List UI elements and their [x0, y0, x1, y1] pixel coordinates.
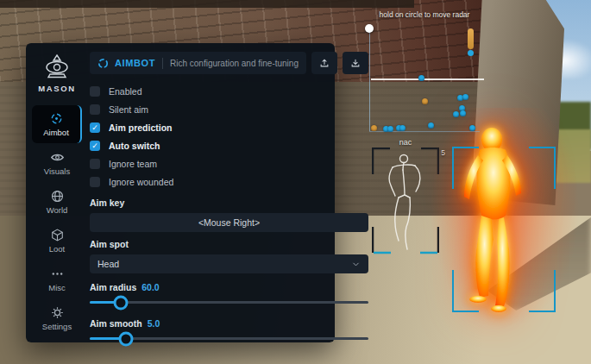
- checkbox[interactable]: [90, 141, 100, 151]
- download-icon: [349, 57, 362, 69]
- esp-player-distance: 5: [441, 148, 445, 157]
- all-seeing-eye-icon: [40, 53, 74, 81]
- checkbox[interactable]: [90, 86, 100, 97]
- import-config-button[interactable]: [343, 52, 368, 74]
- checkbox-row-ignore-team[interactable]: Ignore team: [90, 154, 368, 173]
- wood-beam: [0, 0, 414, 8]
- aim-key-button[interactable]: <Mouse Right>: [90, 213, 368, 232]
- sidebar-item-label: World: [47, 205, 68, 215]
- spinner-ring-icon: [97, 58, 109, 69]
- skeleton-esp: nac 5: [372, 138, 439, 255]
- page-title-bar: AIMBOT Rich configuration and fine-tunin…: [90, 52, 306, 74]
- checkbox[interactable]: [90, 159, 100, 169]
- checkbox-label: Aim prediction: [109, 122, 173, 133]
- checkbox-label: Ignore team: [109, 159, 157, 169]
- upload-icon: [318, 57, 330, 69]
- gear-icon: [50, 305, 65, 320]
- radar-dot-blue: [453, 111, 459, 117]
- slider-label: Aim smooth: [90, 318, 142, 329]
- checkbox-label: Silent aim: [109, 104, 148, 115]
- checkbox-label: Ignore wounded: [109, 177, 173, 187]
- checkbox[interactable]: [90, 104, 100, 115]
- radar-dots: [366, 23, 483, 134]
- checkbox-row-aim-prediction[interactable]: Aim prediction: [90, 118, 368, 136]
- brand-logo: MASON: [38, 53, 75, 93]
- radar-dot-blue: [469, 125, 475, 131]
- skeleton-esp-box: [372, 147, 439, 254]
- aim-spot-dropdown[interactable]: Head: [90, 254, 368, 273]
- slider-label-row: Aim smooth5.0: [90, 318, 368, 329]
- export-config-button[interactable]: [311, 52, 337, 74]
- aim-spot-label: Aim spot: [90, 239, 368, 249]
- slider-label: Aim radius: [90, 282, 136, 292]
- sidebar-item-world[interactable]: World: [33, 183, 81, 221]
- slider-value: 5.0: [148, 318, 160, 329]
- sidebar: MASON Aimbot Visuals: [26, 43, 88, 342]
- slider-handle[interactable]: [113, 295, 128, 310]
- aim-smooth-slider-group: Aim smooth5.0: [90, 318, 368, 340]
- radar-dot-blue: [460, 110, 466, 116]
- sidebar-item-loot[interactable]: Loot: [33, 222, 81, 260]
- radar-dot-blue: [428, 122, 434, 129]
- crosshair-icon: [49, 111, 64, 126]
- brand-name: MASON: [38, 84, 75, 93]
- checkbox-row-enabled[interactable]: Enabled: [90, 82, 368, 100]
- ellipsis-icon: [50, 267, 65, 281]
- checkbox-list: Enabled Silent aim Aim prediction Auto s…: [90, 82, 368, 191]
- cheat-menu-panel: MASON Aimbot Visuals: [26, 43, 335, 342]
- checkbox[interactable]: [90, 177, 100, 187]
- panel-main: AIMBOT Rich configuration and fine-tunin…: [88, 43, 380, 342]
- slider-handle[interactable]: [118, 331, 133, 346]
- sidebar-item-label: Aimbot: [43, 128, 69, 137]
- eye-icon: [50, 150, 65, 165]
- aim-key-label: Aim key: [90, 198, 368, 208]
- radar-dot-blue: [462, 94, 468, 100]
- slider-label-row: Aim radius60.0: [90, 282, 368, 292]
- radar-dot-orange: [422, 98, 428, 104]
- checkbox-label: Enabled: [109, 86, 142, 97]
- page-title: AIMBOT: [115, 58, 155, 68]
- esp-player-name: nac: [372, 138, 439, 147]
- player-esp-box: [452, 147, 556, 312]
- slider-track[interactable]: [90, 301, 368, 304]
- skeleton-bones: [389, 155, 420, 250]
- aim-spot-value: Head: [97, 259, 119, 269]
- slider-value: 60.0: [141, 282, 159, 292]
- checkbox-row-auto-switch[interactable]: Auto switch: [90, 136, 368, 154]
- sidebar-item-label: Loot: [49, 244, 66, 254]
- checkbox-label: Auto switch: [109, 141, 160, 151]
- slider-track[interactable]: [90, 337, 368, 340]
- sidebar-item-label: Visuals: [44, 166, 70, 176]
- radar-widget[interactable]: [366, 23, 483, 134]
- aim-radius-slider-group: Aim radius60.0: [90, 282, 368, 304]
- chevron-down-icon: [351, 260, 361, 269]
- game-screen: hold on circle to move radar nac 5: [0, 0, 591, 364]
- globe-icon: [50, 189, 65, 204]
- sidebar-item-aimbot[interactable]: Aimbot: [32, 105, 82, 143]
- sidebar-item-misc[interactable]: Misc: [33, 260, 81, 298]
- radar-dot-blue: [387, 126, 393, 132]
- panel-header: AIMBOT Rich configuration and fine-tunin…: [90, 52, 368, 74]
- checkbox-row-ignore-wounded[interactable]: Ignore wounded: [90, 173, 368, 191]
- sidebar-item-settings[interactable]: Settings: [33, 299, 81, 337]
- radar-dot-blue: [399, 125, 406, 131]
- cube-icon: [50, 228, 65, 242]
- radar-hint-text: hold on circle to move radar: [355, 10, 494, 19]
- divider: [162, 58, 163, 69]
- page-subtitle: Rich configuration and fine-tuning: [170, 59, 299, 68]
- checkbox[interactable]: [90, 122, 100, 133]
- sidebar-nav: Aimbot Visuals World: [26, 105, 88, 338]
- sidebar-item-label: Misc: [48, 283, 66, 292]
- sidebar-item-visuals[interactable]: Visuals: [33, 144, 81, 182]
- radar-dot-blue: [418, 75, 424, 81]
- sidebar-item-label: Settings: [42, 322, 72, 331]
- checkbox-row-silent-aim[interactable]: Silent aim: [90, 100, 368, 118]
